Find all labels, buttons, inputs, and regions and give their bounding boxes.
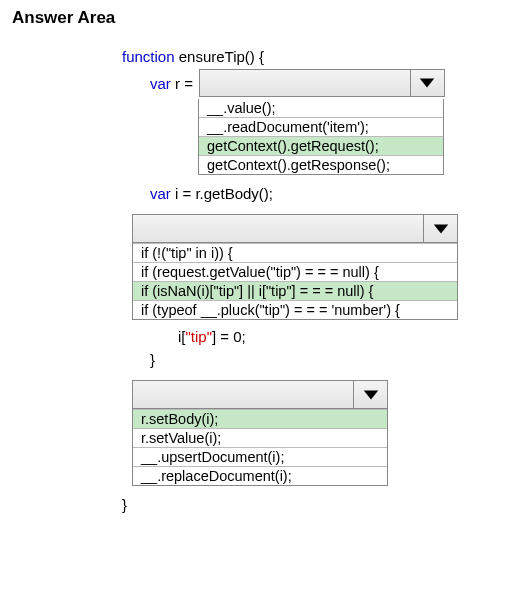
function-name: ensureTip() { <box>179 48 264 65</box>
svg-marker-1 <box>433 224 447 233</box>
dropdown-1-option[interactable]: getContext().getRequest(); <box>199 136 443 155</box>
keyword-var: var <box>150 75 171 92</box>
dropdown-2-option[interactable]: if (!("tip" in i)) { <box>133 243 457 262</box>
dropdown-1-list: __.value(); __.readDocument('item'); get… <box>198 99 444 175</box>
r-decl: r = <box>175 75 193 92</box>
svg-marker-0 <box>420 79 434 88</box>
dropdown-2-option[interactable]: if (typeof __.pluck("tip") = = = 'number… <box>133 300 457 319</box>
svg-marker-2 <box>363 390 377 399</box>
keyword-var: var <box>150 185 171 202</box>
dropdown-2[interactable]: if (!("tip" in i)) { if (request.getValu… <box>132 214 458 320</box>
close-brace-inner: } <box>150 349 510 370</box>
dropdown-3-option[interactable]: __.upsertDocument(i); <box>133 447 387 466</box>
assign-key: "tip" <box>186 328 213 345</box>
var-i-line: var i = r.getBody(); <box>150 183 510 204</box>
var-r-line: var r = <box>150 69 510 97</box>
chevron-down-icon <box>423 215 457 242</box>
chevron-down-icon <box>353 381 387 408</box>
code-block: function ensureTip() { var r = __.value(… <box>122 46 510 515</box>
dropdown-3-option[interactable]: r.setBody(i); <box>133 409 387 428</box>
dropdown-1-option[interactable]: __.value(); <box>199 99 443 117</box>
dropdown-2-header[interactable] <box>133 215 457 243</box>
dropdown-1-option[interactable]: __.readDocument('item'); <box>199 117 443 136</box>
dropdown-3-header[interactable] <box>133 381 387 409</box>
dropdown-2-option[interactable]: if (request.getValue("tip") = = = null) … <box>133 262 457 281</box>
dropdown-1-header[interactable] <box>199 69 445 97</box>
keyword-function: function <box>122 48 175 65</box>
dropdown-3[interactable]: r.setBody(i); r.setValue(i); __.upsertDo… <box>132 380 388 486</box>
page-title: Answer Area <box>12 8 510 28</box>
dropdown-1-option[interactable]: getContext().getResponse(); <box>199 155 443 174</box>
assign-a: i[ <box>178 328 186 345</box>
chevron-down-icon <box>410 70 444 96</box>
i-decl: i = r.getBody(); <box>175 185 273 202</box>
dropdown-2-option[interactable]: if (isNaN(i)["tip"] || i["tip"] = = = nu… <box>133 281 457 300</box>
dropdown-3-option[interactable]: __.replaceDocument(i); <box>133 466 387 485</box>
close-brace-outer: } <box>122 494 510 515</box>
function-decl: function ensureTip() { <box>122 46 510 67</box>
assign-line: i["tip"] = 0; <box>178 326 510 347</box>
assign-b: ] = 0; <box>212 328 246 345</box>
dropdown-3-option[interactable]: r.setValue(i); <box>133 428 387 447</box>
